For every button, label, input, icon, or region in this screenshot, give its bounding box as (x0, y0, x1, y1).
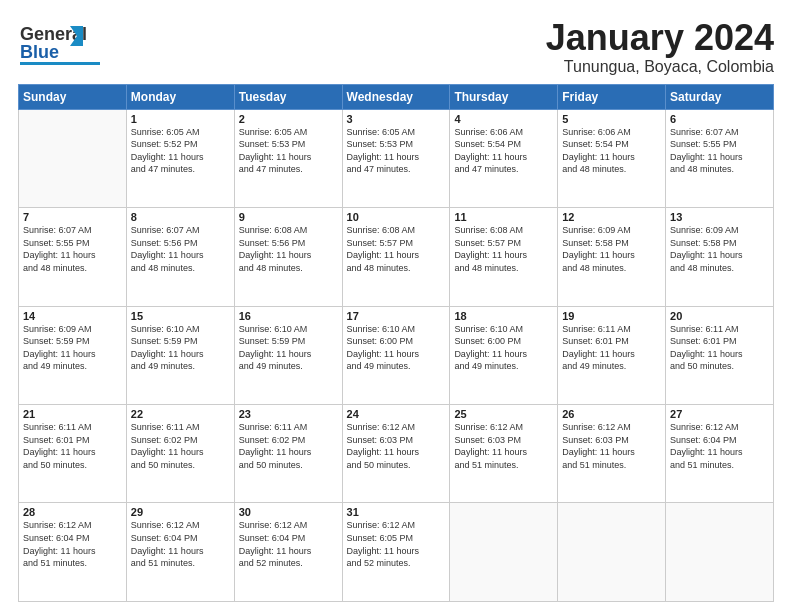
table-row: 27Sunrise: 6:12 AMSunset: 6:04 PMDayligh… (666, 405, 774, 503)
day-info: Sunrise: 6:11 AMSunset: 6:01 PMDaylight:… (670, 323, 769, 373)
calendar-week-row: 14Sunrise: 6:09 AMSunset: 5:59 PMDayligh… (19, 306, 774, 404)
table-row: 8Sunrise: 6:07 AMSunset: 5:56 PMDaylight… (126, 208, 234, 306)
day-number: 4 (454, 113, 553, 125)
table-row: 15Sunrise: 6:10 AMSunset: 5:59 PMDayligh… (126, 306, 234, 404)
calendar-subtitle: Tunungua, Boyaca, Colombia (546, 58, 774, 76)
header: General Blue January 2024 Tunungua, Boya… (18, 18, 774, 76)
table-row: 23Sunrise: 6:11 AMSunset: 6:02 PMDayligh… (234, 405, 342, 503)
day-info: Sunrise: 6:11 AMSunset: 6:01 PMDaylight:… (562, 323, 661, 373)
day-info: Sunrise: 6:12 AMSunset: 6:04 PMDaylight:… (131, 519, 230, 569)
day-info: Sunrise: 6:06 AMSunset: 5:54 PMDaylight:… (454, 126, 553, 176)
day-number: 25 (454, 408, 553, 420)
col-saturday: Saturday (666, 84, 774, 109)
day-number: 24 (347, 408, 446, 420)
day-number: 2 (239, 113, 338, 125)
table-row: 28Sunrise: 6:12 AMSunset: 6:04 PMDayligh… (19, 503, 127, 602)
table-row: 12Sunrise: 6:09 AMSunset: 5:58 PMDayligh… (558, 208, 666, 306)
day-info: Sunrise: 6:07 AMSunset: 5:56 PMDaylight:… (131, 224, 230, 274)
day-number: 31 (347, 506, 446, 518)
day-number: 9 (239, 211, 338, 223)
day-number: 21 (23, 408, 122, 420)
day-info: Sunrise: 6:05 AMSunset: 5:53 PMDaylight:… (239, 126, 338, 176)
day-number: 5 (562, 113, 661, 125)
day-number: 11 (454, 211, 553, 223)
day-number: 23 (239, 408, 338, 420)
table-row: 16Sunrise: 6:10 AMSunset: 5:59 PMDayligh… (234, 306, 342, 404)
table-row: 26Sunrise: 6:12 AMSunset: 6:03 PMDayligh… (558, 405, 666, 503)
day-number: 19 (562, 310, 661, 322)
table-row: 25Sunrise: 6:12 AMSunset: 6:03 PMDayligh… (450, 405, 558, 503)
col-thursday: Thursday (450, 84, 558, 109)
day-info: Sunrise: 6:05 AMSunset: 5:52 PMDaylight:… (131, 126, 230, 176)
calendar-week-row: 21Sunrise: 6:11 AMSunset: 6:01 PMDayligh… (19, 405, 774, 503)
table-row: 22Sunrise: 6:11 AMSunset: 6:02 PMDayligh… (126, 405, 234, 503)
calendar-week-row: 7Sunrise: 6:07 AMSunset: 5:55 PMDaylight… (19, 208, 774, 306)
col-friday: Friday (558, 84, 666, 109)
table-row: 18Sunrise: 6:10 AMSunset: 6:00 PMDayligh… (450, 306, 558, 404)
table-row: 10Sunrise: 6:08 AMSunset: 5:57 PMDayligh… (342, 208, 450, 306)
day-info: Sunrise: 6:12 AMSunset: 6:03 PMDaylight:… (347, 421, 446, 471)
table-row: 7Sunrise: 6:07 AMSunset: 5:55 PMDaylight… (19, 208, 127, 306)
day-number: 18 (454, 310, 553, 322)
day-number: 13 (670, 211, 769, 223)
calendar-week-row: 1Sunrise: 6:05 AMSunset: 5:52 PMDaylight… (19, 109, 774, 207)
day-number: 16 (239, 310, 338, 322)
day-number: 27 (670, 408, 769, 420)
table-row: 9Sunrise: 6:08 AMSunset: 5:56 PMDaylight… (234, 208, 342, 306)
table-row (558, 503, 666, 602)
table-row: 6Sunrise: 6:07 AMSunset: 5:55 PMDaylight… (666, 109, 774, 207)
svg-text:Blue: Blue (20, 42, 59, 62)
table-row: 11Sunrise: 6:08 AMSunset: 5:57 PMDayligh… (450, 208, 558, 306)
day-info: Sunrise: 6:10 AMSunset: 6:00 PMDaylight:… (454, 323, 553, 373)
day-number: 3 (347, 113, 446, 125)
table-row: 19Sunrise: 6:11 AMSunset: 6:01 PMDayligh… (558, 306, 666, 404)
calendar-header-row: Sunday Monday Tuesday Wednesday Thursday… (19, 84, 774, 109)
day-info: Sunrise: 6:12 AMSunset: 6:04 PMDaylight:… (239, 519, 338, 569)
table-row (450, 503, 558, 602)
day-info: Sunrise: 6:12 AMSunset: 6:04 PMDaylight:… (23, 519, 122, 569)
col-monday: Monday (126, 84, 234, 109)
day-info: Sunrise: 6:09 AMSunset: 5:58 PMDaylight:… (562, 224, 661, 274)
day-number: 29 (131, 506, 230, 518)
table-row: 4Sunrise: 6:06 AMSunset: 5:54 PMDaylight… (450, 109, 558, 207)
day-number: 17 (347, 310, 446, 322)
day-info: Sunrise: 6:07 AMSunset: 5:55 PMDaylight:… (670, 126, 769, 176)
day-info: Sunrise: 6:12 AMSunset: 6:05 PMDaylight:… (347, 519, 446, 569)
day-info: Sunrise: 6:12 AMSunset: 6:03 PMDaylight:… (562, 421, 661, 471)
table-row: 2Sunrise: 6:05 AMSunset: 5:53 PMDaylight… (234, 109, 342, 207)
day-info: Sunrise: 6:11 AMSunset: 6:01 PMDaylight:… (23, 421, 122, 471)
calendar-week-row: 28Sunrise: 6:12 AMSunset: 6:04 PMDayligh… (19, 503, 774, 602)
day-number: 15 (131, 310, 230, 322)
table-row: 13Sunrise: 6:09 AMSunset: 5:58 PMDayligh… (666, 208, 774, 306)
day-number: 6 (670, 113, 769, 125)
day-number: 22 (131, 408, 230, 420)
table-row: 29Sunrise: 6:12 AMSunset: 6:04 PMDayligh… (126, 503, 234, 602)
day-number: 20 (670, 310, 769, 322)
table-row: 14Sunrise: 6:09 AMSunset: 5:59 PMDayligh… (19, 306, 127, 404)
col-wednesday: Wednesday (342, 84, 450, 109)
table-row: 30Sunrise: 6:12 AMSunset: 6:04 PMDayligh… (234, 503, 342, 602)
day-info: Sunrise: 6:07 AMSunset: 5:55 PMDaylight:… (23, 224, 122, 274)
svg-rect-3 (20, 62, 100, 65)
day-info: Sunrise: 6:12 AMSunset: 6:03 PMDaylight:… (454, 421, 553, 471)
day-info: Sunrise: 6:11 AMSunset: 6:02 PMDaylight:… (239, 421, 338, 471)
table-row (19, 109, 127, 207)
day-info: Sunrise: 6:06 AMSunset: 5:54 PMDaylight:… (562, 126, 661, 176)
day-number: 1 (131, 113, 230, 125)
table-row (666, 503, 774, 602)
logo: General Blue (18, 18, 108, 73)
day-number: 26 (562, 408, 661, 420)
table-row: 17Sunrise: 6:10 AMSunset: 6:00 PMDayligh… (342, 306, 450, 404)
day-info: Sunrise: 6:11 AMSunset: 6:02 PMDaylight:… (131, 421, 230, 471)
col-tuesday: Tuesday (234, 84, 342, 109)
table-row: 3Sunrise: 6:05 AMSunset: 5:53 PMDaylight… (342, 109, 450, 207)
calendar-table: Sunday Monday Tuesday Wednesday Thursday… (18, 84, 774, 602)
day-info: Sunrise: 6:10 AMSunset: 5:59 PMDaylight:… (131, 323, 230, 373)
logo-svg: General Blue (18, 18, 108, 73)
col-sunday: Sunday (19, 84, 127, 109)
day-number: 28 (23, 506, 122, 518)
table-row: 21Sunrise: 6:11 AMSunset: 6:01 PMDayligh… (19, 405, 127, 503)
day-number: 10 (347, 211, 446, 223)
day-number: 30 (239, 506, 338, 518)
day-number: 7 (23, 211, 122, 223)
